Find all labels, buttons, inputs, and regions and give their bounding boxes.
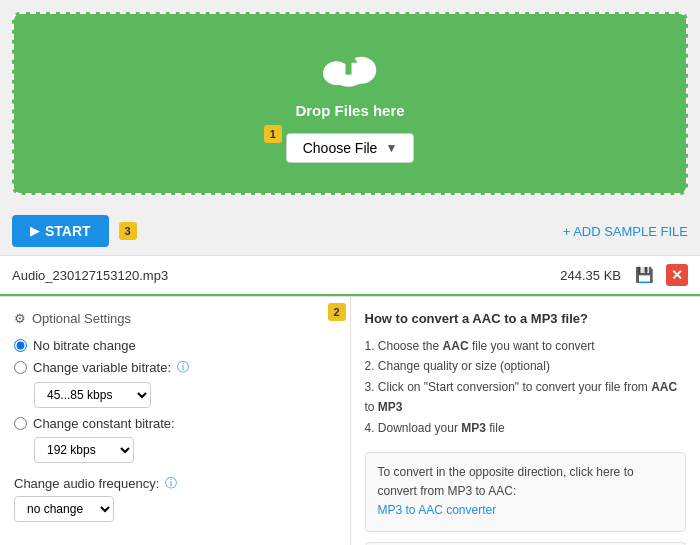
no-bitrate-label: No bitrate change — [33, 338, 136, 353]
right-panel: How to convert a AAC to a MP3 file? 1. C… — [351, 297, 701, 545]
mp3-to-aac-link[interactable]: MP3 to AAC converter — [378, 503, 497, 517]
choose-file-label: Choose File — [303, 140, 378, 156]
constant-bitrate-label: Change constant bitrate: — [33, 416, 175, 431]
step-3: 3. Click on "Start conversion" to conver… — [365, 377, 687, 418]
toolbar: ▶ START 3 + ADD SAMPLE FILE — [0, 207, 700, 256]
opposite-text: To convert in the opposite direction, cl… — [378, 465, 634, 498]
settings-title: Optional Settings — [32, 311, 131, 326]
constant-bitrate-select[interactable]: 192 kbps 128 kbps 256 kbps 320 kbps — [34, 437, 134, 463]
variable-bitrate-select[interactable]: 45...85 kbps 85...145 kbps 145...200 kbp… — [34, 382, 151, 408]
variable-bitrate-label: Change variable bitrate: — [33, 360, 171, 375]
variable-bitrate-radio[interactable] — [14, 361, 27, 374]
choose-file-wrapper: 1 Choose File ▼ — [286, 133, 415, 163]
drop-zone[interactable]: Drop Files here 1 Choose File ▼ — [12, 12, 688, 195]
start-label: START — [45, 223, 91, 239]
converter-box: To convert in the opposite direction, cl… — [365, 452, 687, 532]
drop-files-text: Drop Files here — [295, 102, 404, 119]
how-to-title: How to convert a AAC to a MP3 file? — [365, 311, 687, 326]
frequency-label-row: Change audio frequency: ⓘ — [14, 475, 336, 492]
how-to-list: 1. Choose the AAC file you want to conve… — [365, 336, 687, 438]
gear-icon: ⚙ — [14, 311, 26, 326]
radio-group: No bitrate change Change variable bitrat… — [14, 338, 336, 463]
no-bitrate-option[interactable]: No bitrate change — [14, 338, 336, 353]
upload-cloud-icon — [320, 44, 380, 94]
file-row: Audio_230127153120.mp3 244.35 KB 💾 ✕ — [0, 256, 700, 296]
choose-file-button[interactable]: Choose File ▼ — [286, 133, 415, 163]
step-2: 2. Change quality or size (optional) — [365, 356, 687, 376]
settings-badge: 2 — [328, 303, 346, 321]
main-content: ⚙ Optional Settings 2 No bitrate change … — [0, 296, 700, 545]
choose-file-badge: 1 — [264, 125, 282, 143]
chevron-down-icon: ▼ — [385, 141, 397, 155]
start-badge: 3 — [119, 222, 137, 240]
left-panel: ⚙ Optional Settings 2 No bitrate change … — [0, 297, 351, 545]
page-wrapper: Drop Files here 1 Choose File ▼ ▶ START … — [0, 12, 700, 545]
constant-bitrate-radio[interactable] — [14, 417, 27, 430]
download-button[interactable]: 💾 — [635, 266, 654, 284]
try-box: Try the MP3 conversion with a AAC test f… — [365, 542, 687, 545]
step-4: 4. Download your MP3 file — [365, 418, 687, 438]
file-name: Audio_230127153120.mp3 — [12, 268, 552, 283]
play-icon: ▶ — [30, 224, 39, 238]
settings-header: ⚙ Optional Settings 2 — [14, 311, 336, 326]
frequency-select[interactable]: no change 8000 Hz 11025 Hz 22050 Hz 4410… — [14, 496, 114, 522]
step-1: 1. Choose the AAC file you want to conve… — [365, 336, 687, 356]
add-sample-button[interactable]: + ADD SAMPLE FILE — [563, 224, 688, 239]
toolbar-left: ▶ START 3 — [12, 215, 137, 247]
start-button[interactable]: ▶ START — [12, 215, 109, 247]
file-size: 244.35 KB — [560, 268, 621, 283]
frequency-section: Change audio frequency: ⓘ no change 8000… — [14, 475, 336, 522]
variable-info-icon[interactable]: ⓘ — [177, 359, 189, 376]
constant-bitrate-option[interactable]: Change constant bitrate: — [14, 416, 336, 431]
delete-button[interactable]: ✕ — [666, 264, 688, 286]
frequency-info-icon[interactable]: ⓘ — [165, 475, 177, 492]
no-bitrate-radio[interactable] — [14, 339, 27, 352]
variable-bitrate-option[interactable]: Change variable bitrate: ⓘ — [14, 359, 336, 376]
svg-marker-4 — [343, 51, 358, 63]
frequency-label: Change audio frequency: — [14, 476, 159, 491]
